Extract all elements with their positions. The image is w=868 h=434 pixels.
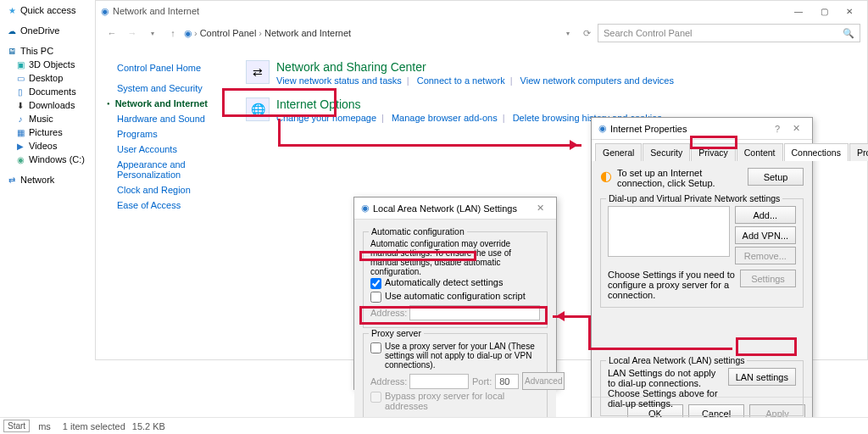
desktop-icon: ▭ (15, 73, 25, 83)
cat-system-security[interactable]: System and Security (117, 81, 236, 96)
window-titlebar: ◉ Network and Internet — ▢ ✕ (96, 1, 867, 21)
ip-title: Internet Properties (610, 124, 687, 134)
group-dialup-label: Dial-up and Virtual Private Network sett… (606, 193, 782, 203)
download-icon: ⬇ (15, 100, 25, 110)
forward-button[interactable]: → (123, 24, 142, 42)
add-button[interactable]: Add... (735, 206, 796, 224)
cat-home[interactable]: Control Panel Home (117, 60, 236, 75)
setup-button[interactable]: Setup (748, 168, 804, 186)
address-label: Address: (370, 308, 406, 318)
tab-security[interactable]: Security (643, 143, 690, 161)
nav-windows-c[interactable]: ◉Windows (C:) (0, 153, 95, 166)
add-vpn-button[interactable]: Add VPN... (735, 226, 796, 244)
nav-pictures[interactable]: ▦Pictures (0, 125, 95, 139)
io-link-addons[interactable]: Manage browser add-ons (392, 113, 498, 123)
annotation-arrow (588, 348, 732, 350)
status-size: 15.2 KB (132, 421, 165, 431)
annotation-arrow (278, 119, 281, 144)
nav-this-pc[interactable]: 🖥This PC (0, 44, 95, 58)
recent-button[interactable]: ▾ (143, 24, 162, 42)
videos-icon: ▶ (15, 141, 25, 151)
close-button[interactable]: ✕ (837, 3, 862, 19)
crumb-ni[interactable]: Network and Internet (264, 28, 352, 38)
maximize-button[interactable]: ▢ (811, 3, 837, 19)
dialup-listbox[interactable] (608, 206, 730, 257)
annotation-arrow (278, 144, 581, 147)
cat-ease-access[interactable]: Ease of Access (117, 198, 236, 213)
nav-3d-objects[interactable]: ▣3D Objects (0, 58, 95, 71)
status-bar: Start ms 1 item selected 15.2 KB (0, 417, 868, 434)
proxy-address-input (409, 374, 469, 389)
music-icon: ♪ (15, 114, 25, 124)
group-lan-label: Local Area Network (LAN) settings (606, 355, 747, 365)
tab-general[interactable]: General (595, 143, 642, 161)
drive-icon: ◉ (15, 154, 25, 164)
internet-options-icon: 🌐 (246, 97, 270, 121)
internet-properties-dialog: ◉ Internet Properties ? ✕ General Securi… (591, 117, 813, 420)
refresh-button[interactable]: ⟳ (577, 24, 596, 42)
nav-documents[interactable]: ▯Documents (0, 85, 95, 98)
cube-icon: ▣ (15, 59, 25, 70)
remove-button: Remove... (735, 247, 796, 264)
group-auto-label: Automatic configuration (369, 226, 467, 236)
search-input[interactable]: Search Control Panel 🔍 (598, 24, 860, 42)
documents-icon: ▯ (15, 86, 25, 97)
nsc-link-devices[interactable]: View network computers and devices (520, 75, 674, 86)
tab-content[interactable]: Content (737, 143, 783, 161)
crumb-dropdown[interactable]: ▾ (559, 24, 577, 42)
io-title[interactable]: Internet Options (276, 97, 662, 111)
crumb-cp[interactable]: Control Panel (199, 28, 258, 38)
network-sharing-icon: ⇄ (246, 60, 270, 84)
io-link-homepage[interactable]: Change your homepage (276, 113, 376, 123)
up-button[interactable]: ↑ (164, 24, 182, 42)
close-button[interactable]: ✕ (787, 123, 805, 134)
help-button[interactable]: ? (768, 124, 787, 134)
auto-script-checkbox[interactable]: Use automatic configuration script (370, 290, 540, 303)
proxy-port-input (495, 374, 519, 389)
nav-onedrive[interactable]: ☁OneDrive (0, 24, 95, 37)
nsc-link-connect[interactable]: Connect to a network (417, 75, 505, 86)
choose-text: Choose Settings if you need to configure… (608, 270, 735, 300)
proxy-checkbox[interactable]: Use a proxy server for your LAN (These s… (370, 341, 540, 370)
network-icon: ⇄ (7, 175, 17, 185)
lan-title: Local Area Network (LAN) Settings (373, 203, 517, 214)
cat-clock-region[interactable]: Clock and Region (117, 182, 236, 198)
globe-icon: ◉ (361, 203, 370, 214)
lan-text: LAN Settings do not apply to dial-up con… (608, 368, 723, 409)
status-ms: ms (38, 421, 51, 431)
cat-programs[interactable]: Programs (117, 126, 236, 142)
auto-detect-checkbox[interactable]: Automatically detect settings (370, 276, 540, 290)
nav-downloads[interactable]: ⬇Downloads (0, 98, 95, 112)
tab-programs[interactable]: Programs (849, 143, 868, 161)
category-sidebar: Control Panel Home System and Security N… (96, 45, 236, 359)
tab-privacy[interactable]: Privacy (691, 143, 735, 161)
minimize-button[interactable]: — (786, 3, 811, 19)
nav-music[interactable]: ♪Music (0, 112, 95, 125)
cat-user-accounts[interactable]: User Accounts (117, 142, 236, 157)
shield-icon: ◉ (101, 6, 109, 17)
wizard-icon: ◐ (600, 168, 612, 184)
bypass-checkbox: Bypass proxy server for local addresses (370, 390, 540, 412)
start-button[interactable]: Start (3, 420, 30, 432)
nsc-title[interactable]: Network and Sharing Center (276, 60, 674, 74)
close-button[interactable]: ✕ (531, 203, 549, 214)
nav-desktop[interactable]: ▭Desktop (0, 71, 95, 85)
back-button[interactable]: ← (103, 24, 121, 42)
block-network-sharing: ⇄ Network and Sharing Center View networ… (246, 60, 857, 86)
tab-connections[interactable]: Connections (784, 143, 849, 161)
cat-appearance[interactable]: Appearance and Personalization (117, 157, 236, 182)
cloud-icon: ☁ (7, 25, 17, 36)
window-title: Network and Internet (113, 6, 199, 16)
nav-quick-access[interactable]: ★Quick access (0, 3, 95, 17)
explorer-nav-tree: ★Quick access ☁OneDrive 🖥This PC ▣3D Obj… (0, 0, 95, 415)
lan-settings-button[interactable]: LAN settings (728, 368, 796, 386)
nsc-link-status[interactable]: View network status and tasks (276, 75, 402, 86)
nav-network[interactable]: ⇄Network (0, 173, 95, 186)
cat-network-internet[interactable]: Network and Internet (117, 96, 236, 111)
group-proxy-label: Proxy server (369, 328, 424, 338)
cat-hardware-sound[interactable]: Hardware and Sound (117, 111, 236, 126)
status-selection: 1 item selected (63, 421, 125, 431)
nav-videos[interactable]: ▶Videos (0, 139, 95, 153)
ip-titlebar: ◉ Internet Properties ? ✕ (592, 118, 812, 140)
breadcrumb[interactable]: ◉ › Control Panel › Network and Internet… (184, 24, 596, 42)
